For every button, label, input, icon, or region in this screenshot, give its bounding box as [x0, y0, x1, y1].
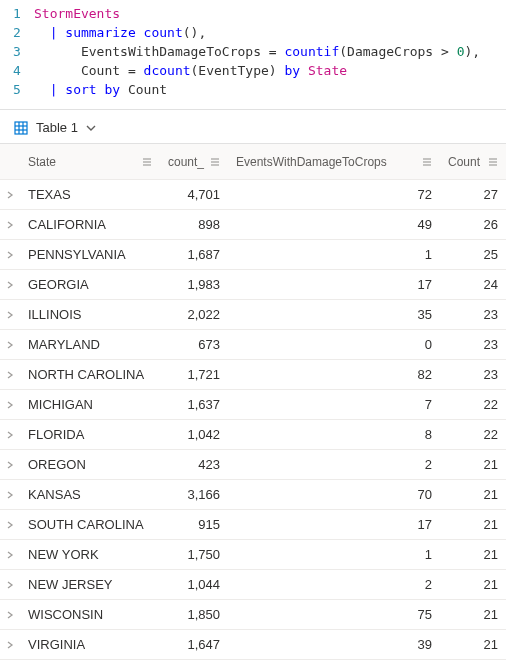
results-grid: State count_ EventsWithDamageToCrops Cou… [0, 143, 506, 666]
cell-eventswithdamagetocrops: 17 [228, 517, 440, 532]
cell-count: 26 [440, 217, 506, 232]
table-row[interactable]: GEORGIA1,9831724 [0, 270, 506, 300]
column-header-state[interactable]: State [20, 155, 160, 169]
expand-row-icon[interactable] [0, 191, 20, 199]
cell-eventswithdamagetocrops: 75 [228, 607, 440, 622]
query-editor[interactable]: 1StormEvents2 | summarize count(),3 Even… [0, 0, 506, 110]
cell-eventswithdamagetocrops: 2 [228, 577, 440, 592]
code-content[interactable]: EventsWithDamageToCrops = countif(Damage… [34, 42, 506, 61]
chevron-down-icon[interactable] [86, 123, 96, 133]
cell-count_: 4,701 [160, 187, 228, 202]
table-row[interactable]: MARYLAND673023 [0, 330, 506, 360]
table-row[interactable]: OREGON423221 [0, 450, 506, 480]
menu-icon[interactable] [488, 157, 498, 167]
cell-count: 27 [440, 187, 506, 202]
cell-count: 23 [440, 337, 506, 352]
cell-count_: 1,637 [160, 397, 228, 412]
code-line[interactable]: 5 | sort by Count [0, 80, 506, 99]
expand-row-icon[interactable] [0, 311, 20, 319]
results-tab-bar: Table 1 [0, 110, 506, 143]
expand-row-icon[interactable] [0, 251, 20, 259]
cell-count: 21 [440, 637, 506, 652]
cell-count: 23 [440, 307, 506, 322]
expand-row-icon[interactable] [0, 641, 20, 649]
cell-eventswithdamagetocrops: 72 [228, 187, 440, 202]
cell-eventswithdamagetocrops: 17 [228, 277, 440, 292]
table-row[interactable]: MISSOURI2,0167820 [0, 660, 506, 666]
cell-count_: 1,687 [160, 247, 228, 262]
column-header-count_[interactable]: count_ [160, 155, 228, 169]
table-row[interactable]: ILLINOIS2,0223523 [0, 300, 506, 330]
table-row[interactable]: PENNSYLVANIA1,687125 [0, 240, 506, 270]
svg-rect-0 [15, 122, 27, 134]
table-row[interactable]: CALIFORNIA8984926 [0, 210, 506, 240]
table-icon [14, 121, 28, 135]
cell-eventswithdamagetocrops: 1 [228, 247, 440, 262]
table-row[interactable]: KANSAS3,1667021 [0, 480, 506, 510]
cell-state: MARYLAND [20, 337, 160, 352]
table-row[interactable]: WISCONSIN1,8507521 [0, 600, 506, 630]
table-row[interactable]: TEXAS4,7017227 [0, 180, 506, 210]
table-row[interactable]: VIRGINIA1,6473921 [0, 630, 506, 660]
table-row[interactable]: NEW YORK1,750121 [0, 540, 506, 570]
expand-row-icon[interactable] [0, 461, 20, 469]
cell-count_: 2,022 [160, 307, 228, 322]
results-tab[interactable]: Table 1 [36, 120, 78, 135]
expand-row-icon[interactable] [0, 551, 20, 559]
code-content[interactable]: Count = dcount(EventType) by State [34, 61, 506, 80]
cell-count: 22 [440, 427, 506, 442]
table-row[interactable]: MICHIGAN1,637722 [0, 390, 506, 420]
cell-count: 21 [440, 517, 506, 532]
table-row[interactable]: SOUTH CAROLINA9151721 [0, 510, 506, 540]
cell-state: CALIFORNIA [20, 217, 160, 232]
cell-count_: 898 [160, 217, 228, 232]
expand-row-icon[interactable] [0, 611, 20, 619]
code-line[interactable]: 2 | summarize count(), [0, 23, 506, 42]
menu-icon[interactable] [422, 157, 432, 167]
cell-count: 24 [440, 277, 506, 292]
cell-count: 21 [440, 607, 506, 622]
line-number: 1 [0, 4, 34, 23]
cell-count_: 3,166 [160, 487, 228, 502]
cell-eventswithdamagetocrops: 49 [228, 217, 440, 232]
code-line[interactable]: 3 EventsWithDamageToCrops = countif(Dama… [0, 42, 506, 61]
cell-count_: 1,983 [160, 277, 228, 292]
menu-icon[interactable] [142, 157, 152, 167]
cell-eventswithdamagetocrops: 2 [228, 457, 440, 472]
table-row[interactable]: NEW JERSEY1,044221 [0, 570, 506, 600]
menu-icon[interactable] [210, 157, 220, 167]
code-content[interactable]: | summarize count(), [34, 23, 506, 42]
expand-row-icon[interactable] [0, 371, 20, 379]
line-number: 5 [0, 80, 34, 99]
table-row[interactable]: FLORIDA1,042822 [0, 420, 506, 450]
expand-row-icon[interactable] [0, 221, 20, 229]
cell-eventswithdamagetocrops: 35 [228, 307, 440, 322]
code-content[interactable]: StormEvents [34, 4, 506, 23]
cell-count: 23 [440, 367, 506, 382]
table-row[interactable]: NORTH CAROLINA1,7218223 [0, 360, 506, 390]
line-number: 2 [0, 23, 34, 42]
code-line[interactable]: 4 Count = dcount(EventType) by State [0, 61, 506, 80]
cell-eventswithdamagetocrops: 39 [228, 637, 440, 652]
cell-state: PENNSYLVANIA [20, 247, 160, 262]
cell-state: MICHIGAN [20, 397, 160, 412]
cell-state: NEW JERSEY [20, 577, 160, 592]
code-content[interactable]: | sort by Count [34, 80, 506, 99]
expand-row-icon[interactable] [0, 521, 20, 529]
column-header-damage[interactable]: EventsWithDamageToCrops [228, 155, 440, 169]
cell-state: ILLINOIS [20, 307, 160, 322]
code-line[interactable]: 1StormEvents [0, 4, 506, 23]
cell-state: GEORGIA [20, 277, 160, 292]
cell-eventswithdamagetocrops: 8 [228, 427, 440, 442]
cell-count: 21 [440, 457, 506, 472]
expand-row-icon[interactable] [0, 431, 20, 439]
expand-row-icon[interactable] [0, 491, 20, 499]
expand-row-icon[interactable] [0, 581, 20, 589]
column-header-count[interactable]: Count [440, 155, 506, 169]
column-header-label: count_ [168, 155, 204, 169]
expand-row-icon[interactable] [0, 281, 20, 289]
expand-row-icon[interactable] [0, 341, 20, 349]
expand-row-icon[interactable] [0, 401, 20, 409]
column-header-label: State [28, 155, 56, 169]
column-header-label: EventsWithDamageToCrops [236, 155, 387, 169]
